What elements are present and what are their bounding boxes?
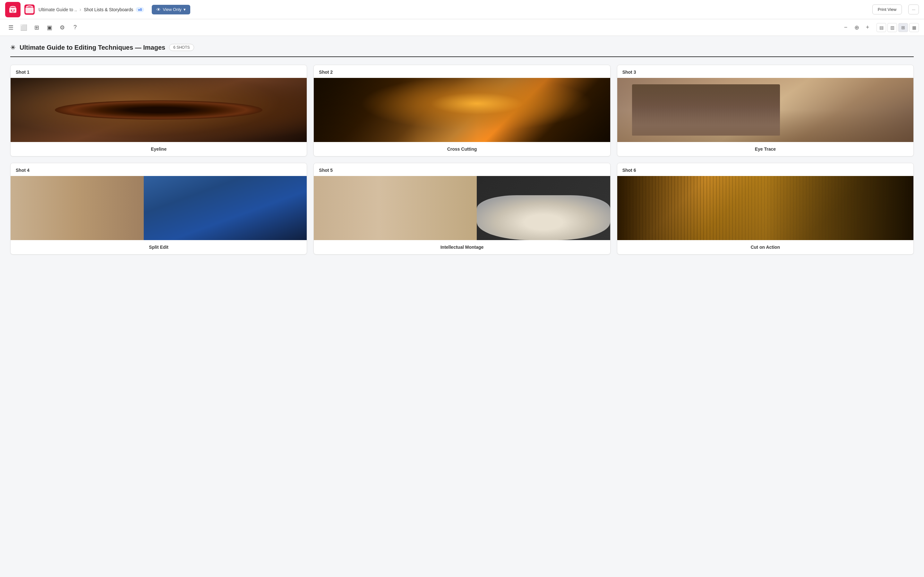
shot-image-5 xyxy=(314,176,610,240)
shot-card-2[interactable]: Shot 2 Cross Cutting xyxy=(313,65,610,156)
sidebar-icon: ☰ xyxy=(8,24,13,31)
svg-point-2 xyxy=(13,10,15,11)
shot-card-header-6: Shot 6 xyxy=(617,163,913,176)
svg-point-1 xyxy=(11,10,12,11)
shot-card-header-2: Shot 2 xyxy=(314,65,610,78)
view-toggle-group: ▤ ▥ ⊞ ▦ xyxy=(877,23,919,32)
view-toggle-list-button[interactable]: ▥ xyxy=(887,23,897,32)
print-view-button[interactable]: Print View xyxy=(872,5,902,15)
breadcrumb-separator: › xyxy=(79,7,81,13)
shot-card-label-2: Cross Cutting xyxy=(314,142,610,156)
shot-card-4[interactable]: Shot 4 Split Edit xyxy=(10,163,307,255)
shot-card-3[interactable]: Shot 3 Eye Trace xyxy=(617,65,914,156)
panel-view-button[interactable]: ▣ xyxy=(44,22,55,33)
app-logo[interactable] xyxy=(5,2,21,17)
shot-card-6[interactable]: Shot 6 Cut on Action xyxy=(617,163,914,255)
shot-card-header-1: Shot 1 xyxy=(11,65,307,78)
toolbar: ☰ ⬜ ⊞ ▣ ⚙ ? − ⊕ + ▤ ▥ ⊞ ▦ xyxy=(0,19,924,36)
shot-card-1[interactable]: Shot 1 Eyeline xyxy=(10,65,307,156)
page-title-icon: ✳ xyxy=(10,44,16,51)
page-title: Ultimate Guide to Editing Techniques — I… xyxy=(19,44,165,51)
zoom-out-button[interactable]: − xyxy=(841,23,850,32)
breadcrumb: Ultimate Guide to .. › Shot Lists & Stor… xyxy=(39,7,144,13)
panel-icon: ▣ xyxy=(47,24,52,31)
chevron-down-icon: ▾ xyxy=(184,7,186,12)
shot-card-5[interactable]: Shot 5 Intellectual Montage xyxy=(313,163,610,255)
shot-grid: Shot 1 Eyeline Shot 2 Cross Cutting Shot… xyxy=(10,65,914,255)
shot-image-1 xyxy=(11,78,307,142)
view-toggle-film-button[interactable]: ▦ xyxy=(909,23,919,32)
view-toggle-grid-button[interactable]: ⊞ xyxy=(898,23,908,32)
frame-view-button[interactable]: ⬜ xyxy=(18,22,29,33)
grid-view-button[interactable]: ⊞ xyxy=(31,22,42,33)
shot-image-2 xyxy=(314,78,610,142)
shot-card-label-4: Split Edit xyxy=(11,240,307,254)
shot-card-header-3: Shot 3 xyxy=(617,65,913,78)
shot-card-header-4: Shot 4 xyxy=(11,163,307,176)
shot-image-6 xyxy=(617,176,913,240)
page-divider xyxy=(10,56,914,57)
frame-icon: ⬜ xyxy=(20,24,27,31)
zoom-in-button[interactable]: + xyxy=(863,23,872,32)
shot-card-label-6: Cut on Action xyxy=(617,240,913,254)
view-grid-icon: ⊞ xyxy=(901,25,905,30)
nav-brand-icon xyxy=(24,5,35,15)
breadcrumb-parent[interactable]: Ultimate Guide to .. xyxy=(39,7,77,12)
view-only-label: View Only xyxy=(163,7,181,12)
page-header: ✳ Ultimate Guide to Editing Techniques —… xyxy=(10,44,914,51)
sidebar-toggle-button[interactable]: ☰ xyxy=(5,22,17,33)
shot-card-label-5: Intellectual Montage xyxy=(314,240,610,254)
settings-icon: ⚙ xyxy=(60,24,65,31)
top-nav: Ultimate Guide to .. › Shot Lists & Stor… xyxy=(0,0,924,19)
view-rows-icon: ▤ xyxy=(879,25,884,30)
shot-image-4 xyxy=(11,176,307,240)
view-list-icon: ▥ xyxy=(890,25,895,30)
zoom-search-button[interactable]: ⊕ xyxy=(852,23,861,32)
more-options-button[interactable]: ··· xyxy=(908,5,919,15)
shot-card-label-3: Eye Trace xyxy=(617,142,913,156)
shot-card-label-1: Eyeline xyxy=(11,142,307,156)
shots-count-badge: 6 SHOTS xyxy=(169,44,194,51)
help-button[interactable]: ? xyxy=(69,22,81,33)
main-content: ✳ Ultimate Guide to Editing Techniques —… xyxy=(0,36,924,577)
grid-icon: ⊞ xyxy=(34,24,39,31)
shot-image-3 xyxy=(617,78,913,142)
view-film-icon: ▦ xyxy=(912,25,916,30)
version-badge: v0 xyxy=(136,7,144,12)
help-icon: ? xyxy=(73,24,77,31)
eye-icon: 👁 xyxy=(156,7,161,12)
view-only-button[interactable]: 👁 View Only ▾ xyxy=(152,5,190,15)
shot-card-header-5: Shot 5 xyxy=(314,163,610,176)
svg-rect-3 xyxy=(25,7,33,13)
settings-button[interactable]: ⚙ xyxy=(57,22,68,33)
breadcrumb-current[interactable]: Shot Lists & Storyboards xyxy=(84,7,133,12)
toolbar-right: − ⊕ + ▤ ▥ ⊞ ▦ xyxy=(841,23,919,32)
view-toggle-rows-button[interactable]: ▤ xyxy=(877,23,886,32)
